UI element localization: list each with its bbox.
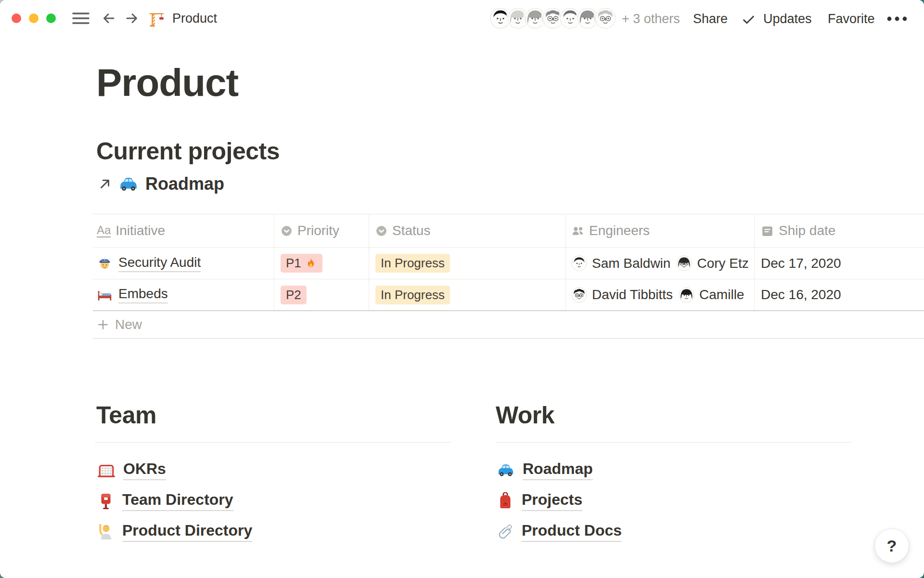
- ship-date-cell[interactable]: Dec 16, 2020: [761, 279, 920, 310]
- priority-cell[interactable]: P2: [281, 279, 363, 310]
- construction-crane-icon: [148, 10, 166, 27]
- title-property-icon: Aa: [97, 224, 111, 237]
- people-property-icon: [571, 224, 584, 237]
- more-options-button[interactable]: [887, 16, 908, 21]
- column-header-ship-date[interactable]: Ship date: [761, 214, 920, 247]
- status-badge: In Progress: [375, 254, 450, 273]
- table-row[interactable]: Security Audit P1 In Progress Sam Baldwi…: [93, 248, 924, 279]
- avatar: [571, 255, 587, 271]
- minimize-window-button[interactable]: [29, 13, 38, 23]
- work-links: Roadmap Projects Product Docs: [497, 455, 622, 547]
- engineers-cell[interactable]: Sam Baldwin Cory Etz: [571, 248, 749, 279]
- column-header-engineers[interactable]: Engineers: [571, 214, 749, 247]
- link-okrs[interactable]: OKRs: [97, 455, 252, 486]
- column-divider: [565, 214, 566, 310]
- backpack-icon: [497, 492, 514, 510]
- team-links: OKRs Team Directory Product Directory: [97, 455, 252, 547]
- engineers-cell[interactable]: David Tibbitts Camille: [571, 279, 749, 310]
- initiative-page-link[interactable]: Embeds: [118, 286, 168, 303]
- current-projects-heading[interactable]: Current projects: [96, 138, 280, 165]
- avatar[interactable]: [595, 8, 616, 29]
- goal-net-icon: [97, 461, 116, 479]
- avatar: [676, 255, 692, 271]
- person-raising-hand-icon: [97, 523, 115, 540]
- column-divider: [369, 214, 369, 310]
- new-row-label: New: [115, 317, 142, 332]
- notion-window: Product + 3 others Share Updates Favorit…: [0, 0, 924, 578]
- collaborator-avatars[interactable]: [490, 8, 616, 29]
- table-new-row[interactable]: New: [93, 311, 924, 339]
- table-row[interactable]: Embeds P2 In Progress David Tibbitts Cam…: [93, 279, 924, 311]
- favorite-button[interactable]: Favorite: [828, 12, 875, 26]
- column-divider: [754, 214, 755, 310]
- priority-cell[interactable]: P1: [281, 248, 363, 279]
- roadmap-linked-db[interactable]: Roadmap: [98, 172, 224, 196]
- column-header-priority[interactable]: Priority: [281, 214, 363, 247]
- work-heading[interactable]: Work: [496, 402, 554, 429]
- postbox-icon: [97, 492, 115, 510]
- link-projects[interactable]: Projects: [497, 486, 622, 516]
- engineer: Camille: [679, 287, 744, 303]
- team-divider: [95, 442, 451, 443]
- breadcrumb-title: Product: [172, 11, 217, 26]
- share-button[interactable]: Share: [693, 12, 728, 26]
- zoom-window-button[interactable]: [46, 13, 56, 23]
- engineer: David Tibbitts: [571, 287, 673, 303]
- column-divider: [274, 214, 274, 310]
- status-badge: In Progress: [375, 286, 450, 304]
- help-label: ?: [887, 537, 897, 555]
- link-product-docs[interactable]: Product Docs: [497, 516, 622, 547]
- back-button[interactable]: [102, 12, 116, 25]
- link-team-directory[interactable]: Team Directory: [97, 486, 252, 516]
- select-property-icon: [375, 225, 387, 237]
- top-bar: Product + 3 others Share Updates Favorit…: [0, 0, 924, 37]
- police-officer-icon: [97, 255, 113, 271]
- roadmap-table: Aa Initiative Priority Status Engineers: [93, 214, 924, 339]
- work-divider: [496, 442, 852, 443]
- blue-car-icon: [118, 174, 139, 194]
- calendar-property-icon: [761, 224, 774, 237]
- avatar: [679, 287, 694, 303]
- blue-car-icon: [497, 461, 515, 479]
- paperclips-icon: [497, 523, 514, 540]
- column-header-initiative[interactable]: Aa Initiative: [97, 214, 268, 247]
- priority-badge: P1: [281, 254, 322, 273]
- initiative-page-link[interactable]: Security Audit: [118, 255, 201, 272]
- breadcrumb[interactable]: Product: [148, 10, 217, 27]
- link-product-directory[interactable]: Product Directory: [97, 516, 252, 547]
- back-arrow-icon: [102, 12, 116, 25]
- roadmap-db-title: Roadmap: [145, 174, 224, 194]
- engineer: Sam Baldwin: [571, 255, 670, 271]
- help-button[interactable]: ?: [874, 528, 909, 563]
- forward-arrow-icon: [125, 12, 139, 25]
- fire-icon: [305, 257, 317, 270]
- bed-icon: [97, 287, 113, 303]
- check-icon: [742, 13, 755, 26]
- updates-button-icon-wrap[interactable]: [742, 13, 755, 26]
- north-east-arrow-icon: [98, 177, 112, 191]
- sidebar-menu-button[interactable]: [72, 12, 90, 25]
- more-collaborators-label[interactable]: + 3 others: [622, 12, 680, 26]
- initiative-cell[interactable]: Security Audit: [97, 248, 268, 279]
- status-cell[interactable]: In Progress: [375, 279, 558, 310]
- hamburger-icon: [72, 12, 90, 25]
- team-heading[interactable]: Team: [96, 402, 156, 429]
- engineer: Cory Etz: [676, 255, 748, 271]
- avatar: [571, 287, 587, 303]
- table-header-row: Aa Initiative Priority Status Engineers: [93, 214, 924, 248]
- status-cell[interactable]: In Progress: [375, 248, 558, 279]
- select-property-icon: [281, 225, 293, 237]
- forward-button[interactable]: [125, 12, 139, 25]
- updates-button[interactable]: Updates: [763, 12, 812, 26]
- ship-date-cell[interactable]: Dec 17, 2020: [761, 248, 920, 279]
- link-roadmap[interactable]: Roadmap: [497, 455, 622, 486]
- close-window-button[interactable]: [12, 13, 21, 23]
- column-header-status[interactable]: Status: [375, 214, 558, 247]
- page-title[interactable]: Product: [96, 63, 238, 103]
- plus-icon: [97, 318, 109, 331]
- more-options-icon: [887, 16, 908, 21]
- initiative-cell[interactable]: Embeds: [97, 279, 268, 310]
- priority-badge: P2: [281, 286, 307, 304]
